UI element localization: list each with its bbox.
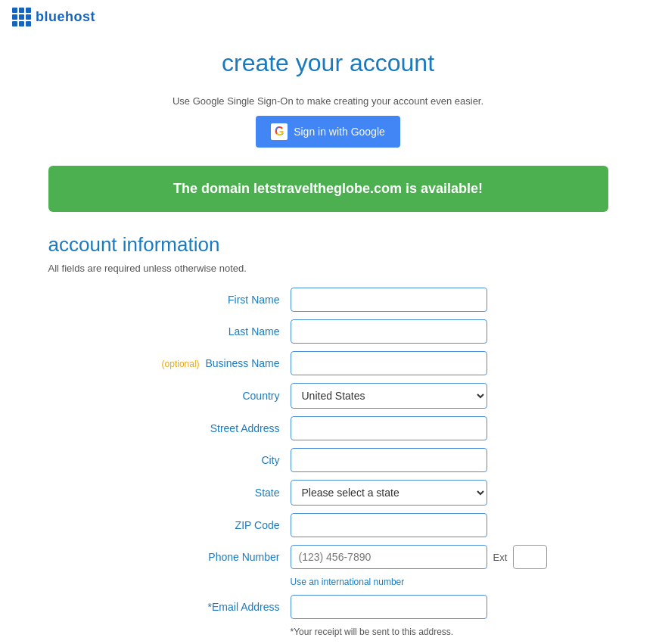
last-name-input[interactable] — [291, 319, 487, 344]
intl-link-row: Use an international number — [48, 577, 608, 587]
business-name-input[interactable] — [291, 351, 487, 375]
page-title: create your account — [48, 49, 608, 77]
country-row: Country United States Canada United King… — [48, 383, 608, 409]
first-name-input[interactable] — [291, 288, 487, 312]
zip-code-input[interactable] — [291, 513, 487, 537]
optional-tag: (optional) — [162, 359, 200, 369]
account-information-title: account information — [48, 233, 608, 257]
logo-area: bluehost — [12, 8, 95, 26]
street-address-input[interactable] — [291, 416, 487, 440]
city-input[interactable] — [291, 448, 487, 472]
email-row: *Email Address — [48, 595, 608, 619]
intl-number-link[interactable]: Use an international number — [291, 577, 608, 587]
street-address-row: Street Address — [48, 416, 608, 440]
city-row: City — [48, 448, 608, 472]
google-icon: G — [271, 123, 288, 140]
city-label: City — [48, 454, 291, 466]
phone-number-input[interactable] — [291, 545, 487, 569]
logo-text: bluehost — [36, 9, 95, 25]
google-sso-section: Use Google Single Sign-On to make creati… — [48, 95, 608, 148]
state-row: State Please select a state Alabama Alas… — [48, 480, 608, 506]
domain-available-banner: The domain letstraveltheglobe.com is ava… — [48, 166, 608, 212]
country-label: Country — [48, 390, 291, 402]
first-name-label: First Name — [48, 294, 291, 306]
phone-input-group: Ext — [291, 545, 548, 569]
account-form: First Name Last Name (optional) Business… — [48, 288, 608, 637]
phone-ext-input[interactable] — [513, 545, 547, 569]
google-signin-label: Sign in with Google — [294, 126, 385, 138]
google-sso-description: Use Google Single Sign-On to make creati… — [48, 95, 608, 107]
business-name-label: (optional) Business Name — [48, 357, 291, 369]
phone-number-label: Phone Number — [48, 551, 291, 563]
header: bluehost — [0, 0, 656, 34]
page-content: create your account Use Google Single Si… — [33, 34, 623, 644]
country-select[interactable]: United States Canada United Kingdom Aust… — [291, 383, 487, 409]
state-label: State — [48, 487, 291, 499]
logo-grid-icon — [12, 8, 31, 26]
ext-label: Ext — [493, 552, 508, 563]
zip-code-row: ZIP Code — [48, 513, 608, 537]
business-name-row: (optional) Business Name — [48, 351, 608, 375]
zip-code-label: ZIP Code — [48, 519, 291, 531]
email-note: *Your receipt will be sent to this addre… — [291, 627, 608, 637]
first-name-row: First Name — [48, 288, 608, 312]
phone-number-row: Phone Number Ext — [48, 545, 608, 569]
google-signin-button[interactable]: G Sign in with Google — [256, 116, 400, 148]
domain-message: The domain letstraveltheglobe.com is ava… — [173, 181, 483, 196]
email-input[interactable] — [291, 595, 487, 619]
required-note: All fields are required unless otherwise… — [48, 263, 608, 274]
last-name-row: Last Name — [48, 319, 608, 344]
last-name-label: Last Name — [48, 325, 291, 338]
state-select[interactable]: Please select a state Alabama Alaska Ari… — [291, 480, 487, 506]
email-note-row: *Your receipt will be sent to this addre… — [48, 627, 608, 637]
email-label: *Email Address — [48, 601, 291, 613]
street-address-label: Street Address — [48, 422, 291, 434]
